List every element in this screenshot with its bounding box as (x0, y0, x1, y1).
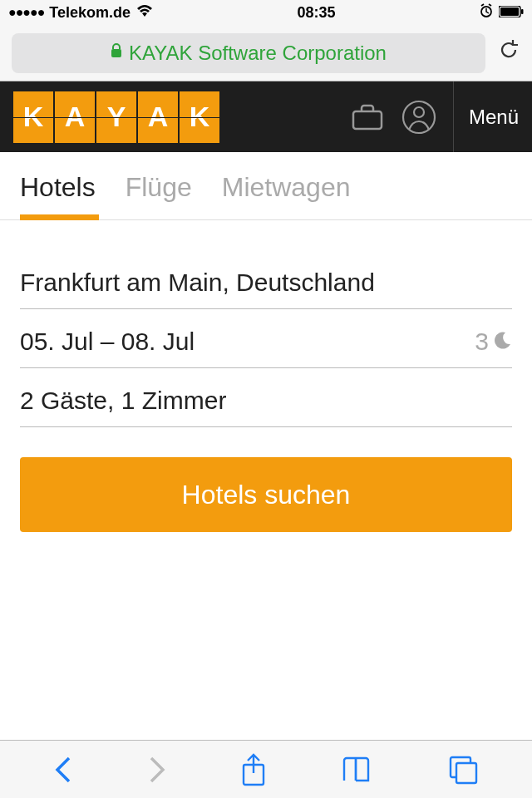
forward-icon[interactable] (148, 755, 166, 785)
refresh-icon[interactable] (497, 37, 520, 68)
app-header: K A Y A K Menü (0, 81, 532, 152)
logo-tile: K (13, 91, 53, 143)
dates-field[interactable]: 05. Jul – 08. Jul 3 (20, 309, 512, 368)
user-icon[interactable] (401, 100, 436, 135)
bookmarks-icon[interactable] (341, 756, 372, 784)
clock: 08:35 (297, 4, 335, 22)
url-text: KAYAK Software Corporation (129, 42, 387, 65)
svg-rect-5 (353, 111, 382, 129)
tabs-icon[interactable] (448, 755, 478, 785)
svg-rect-10 (456, 763, 476, 783)
signal-icon: ●●●●● (8, 5, 44, 20)
guests-value: 2 Gäste, 1 Zimmer (20, 387, 226, 415)
ios-status-bar: ●●●●● Telekom.de 08:35 (0, 0, 532, 25)
tab-flights[interactable]: Flüge (126, 172, 192, 219)
browser-url-bar: KAYAK Software Corporation (0, 25, 532, 81)
browser-toolbar (0, 740, 532, 798)
status-left: ●●●●● Telekom.de (8, 4, 154, 22)
svg-rect-3 (521, 9, 524, 14)
logo-tile: A (138, 91, 178, 143)
alarm-icon (479, 3, 494, 22)
url-field[interactable]: KAYAK Software Corporation (12, 33, 485, 73)
svg-point-7 (414, 107, 424, 117)
nights-meta: 3 (475, 328, 512, 356)
tab-cars[interactable]: Mietwagen (222, 172, 351, 219)
logo-tile: A (55, 91, 95, 143)
status-right (479, 3, 524, 22)
search-button[interactable]: Hotels suchen (20, 457, 512, 532)
logo-tile: Y (96, 91, 136, 143)
svg-rect-2 (500, 7, 519, 16)
destination-value: Frankfurt am Main, Deutschland (20, 268, 375, 297)
tab-hotels[interactable]: Hotels (20, 172, 96, 219)
svg-rect-4 (111, 49, 121, 57)
share-icon[interactable] (241, 753, 266, 786)
carrier-label: Telekom.de (49, 4, 131, 22)
dates-value: 05. Jul – 08. Jul (20, 328, 195, 356)
menu-button[interactable]: Menü (453, 81, 519, 152)
guests-field[interactable]: 2 Gäste, 1 Zimmer (20, 368, 512, 427)
logo-tile: K (180, 91, 219, 143)
nights-count: 3 (475, 328, 489, 356)
back-icon[interactable] (54, 755, 72, 785)
tabs: Hotels Flüge Mietwagen (0, 152, 532, 220)
wifi-icon (135, 4, 154, 22)
destination-field[interactable]: Frankfurt am Main, Deutschland (20, 250, 512, 309)
briefcase-icon[interactable] (350, 100, 385, 135)
kayak-logo[interactable]: K A Y A K (13, 91, 219, 143)
battery-icon (499, 4, 524, 22)
search-form: Frankfurt am Main, Deutschland 05. Jul –… (0, 220, 532, 427)
lock-icon (111, 43, 122, 62)
moon-icon (494, 328, 512, 355)
